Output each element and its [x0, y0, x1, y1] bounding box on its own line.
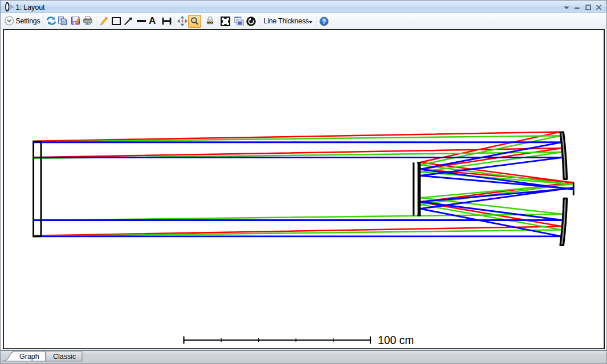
svg-text:100 cm: 100 cm — [378, 334, 414, 346]
svg-text:Classic: Classic — [53, 353, 76, 361]
svg-text:Graph: Graph — [19, 353, 39, 361]
svg-text:?: ? — [321, 18, 325, 24]
